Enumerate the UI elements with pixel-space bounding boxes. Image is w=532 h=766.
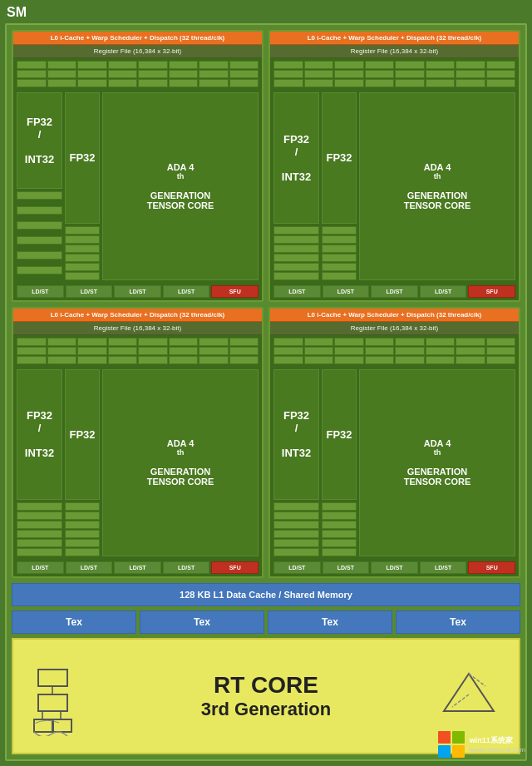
core-cell <box>322 502 357 511</box>
core-cell <box>322 226 357 235</box>
reg-cell <box>229 356 259 364</box>
reg-cell <box>47 338 77 346</box>
sfu-2: SFU <box>468 285 515 298</box>
ldst-7: LD/ST <box>371 285 418 298</box>
fp32-int32-label-4: FP32/INT32 <box>273 369 319 501</box>
reg-cell <box>334 70 364 78</box>
l1-cache-bar: 128 KB L1 Data Cache / Shared Memory <box>12 583 520 606</box>
l0-header-2: L0 i-Cache + Warp Scheduler + Dispatch (… <box>270 32 519 45</box>
reg-cell <box>108 338 138 346</box>
ldst-12: LD/ST <box>163 561 210 574</box>
core-area-3: FP32/INT32 FP32 <box>13 367 262 560</box>
reg-cell <box>456 70 485 78</box>
ada-tensor-1: ADA 4thGENERATIONTENSOR CORE <box>102 92 259 280</box>
reg-cell <box>486 61 516 69</box>
core-cell <box>273 245 319 253</box>
core-cell <box>273 272 319 280</box>
rt-shape-left <box>30 653 113 739</box>
core-cell <box>65 235 100 244</box>
core-cell <box>17 206 62 215</box>
reg-cell <box>273 347 303 355</box>
core-cell <box>17 502 62 511</box>
reg-cell <box>108 70 138 78</box>
ldst-6: LD/ST <box>323 285 370 298</box>
reg-cell <box>77 70 107 78</box>
core-cell <box>65 226 100 235</box>
ldst-9: LD/ST <box>17 561 64 574</box>
reg-cell <box>47 356 77 364</box>
register-grid-4 <box>270 335 519 367</box>
core-cell <box>65 539 100 547</box>
core-cell <box>322 254 357 262</box>
core-cell <box>322 548 357 556</box>
reg-cell <box>395 79 425 87</box>
reg-cell <box>169 61 199 69</box>
bottom-units-1: LD/ST LD/ST LD/ST LD/ST SFU <box>13 283 262 300</box>
core-cell <box>322 530 357 538</box>
tex-box-4: Tex <box>396 610 520 634</box>
ldst-14: LD/ST <box>323 561 370 574</box>
sfu-4: SFU <box>468 561 515 574</box>
reg-cell <box>138 338 168 346</box>
reg-cell <box>17 347 47 355</box>
quadrant-2: L0 i-Cache + Warp Scheduler + Dispatch (… <box>268 30 520 302</box>
ldst-16: LD/ST <box>420 561 467 574</box>
core-cell <box>273 263 319 271</box>
reg-cell <box>77 338 107 346</box>
core-cell <box>17 236 62 245</box>
rt-core-text: RT CORE 3rd Generation <box>201 672 331 720</box>
fp32-col-2: FP32 <box>322 92 357 280</box>
reg-cell <box>229 70 259 78</box>
reg-cell <box>169 70 199 78</box>
reg-cell <box>456 79 485 87</box>
core-cell <box>65 548 100 556</box>
svg-rect-12 <box>438 745 451 758</box>
core-cell <box>65 530 100 538</box>
reg-cell <box>304 338 334 346</box>
reg-cell <box>47 70 77 78</box>
fp32-col-1: FP32 <box>65 92 100 280</box>
win11-logo-icon <box>436 729 466 759</box>
reg-cell <box>273 61 303 69</box>
reg-cell <box>138 70 168 78</box>
reg-cell <box>77 356 107 364</box>
core-cell <box>17 521 62 529</box>
reg-cell <box>426 79 456 87</box>
svg-rect-10 <box>438 731 451 744</box>
sm-label: SM <box>7 5 27 20</box>
svg-rect-1 <box>38 694 67 711</box>
quadrant-4: L0 i-Cache + Warp Scheduler + Dispatch (… <box>268 307 520 579</box>
reg-cell <box>77 79 107 87</box>
reg-cell <box>456 61 485 69</box>
reg-cell <box>304 79 334 87</box>
fp32-label-3: FP32 <box>65 369 100 501</box>
l0-header-4: L0 i-Cache + Warp Scheduler + Dispatch (… <box>270 309 519 322</box>
quadrants-area: L0 i-Cache + Warp Scheduler + Dispatch (… <box>7 25 525 583</box>
reg-cell <box>273 356 303 364</box>
tex-box-1: Tex <box>12 610 136 634</box>
reg-cell <box>426 338 456 346</box>
reg-cell <box>47 61 77 69</box>
core-cell <box>322 521 357 529</box>
reg-cell <box>199 79 229 87</box>
reg-cell <box>169 338 199 346</box>
fp32-col-3: FP32 <box>65 369 100 557</box>
tex-box-2: Tex <box>140 610 264 634</box>
reg-cell <box>229 79 259 87</box>
reg-cell <box>304 347 334 355</box>
core-cell <box>322 272 357 280</box>
quadrant-3: L0 i-Cache + Warp Scheduler + Dispatch (… <box>12 307 264 579</box>
ada-tensor-4: ADA 4thGENERATIONTENSOR CORE <box>359 369 515 557</box>
core-cell <box>65 245 100 253</box>
reg-cell <box>426 70 456 78</box>
register-grid-1 <box>13 58 262 90</box>
reg-cell <box>138 61 168 69</box>
reg-cell <box>334 61 364 69</box>
reg-cell <box>486 356 516 364</box>
core-cell <box>17 530 62 538</box>
reg-cell <box>395 61 425 69</box>
register-file-2: Register File (16,384 x 32-bit) <box>270 45 519 58</box>
core-cell <box>273 521 319 529</box>
svg-marker-7 <box>444 674 494 711</box>
core-cell <box>65 511 100 520</box>
